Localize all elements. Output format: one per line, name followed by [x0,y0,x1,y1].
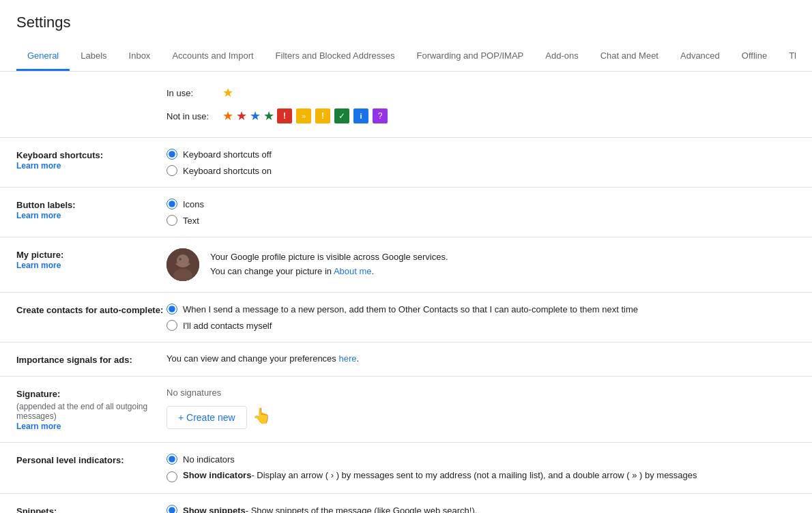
personal-level-row: Personal level indicators: No indicators… [0,443,812,494]
stars-in-use-label: In use: [166,88,214,98]
icon-check[interactable]: ✓ [334,108,349,123]
importance-signals-value: You can view and change your preferences… [166,353,796,364]
personal-level-no-label[interactable]: No indicators [183,454,235,465]
create-contacts-auto-option: When I send a message to a new person, a… [166,304,796,314]
personal-level-no-radio[interactable] [166,454,177,465]
icon-exclaim-yellow[interactable]: ! [315,108,330,123]
keyboard-shortcuts-on-radio[interactable] [166,165,177,176]
button-labels-value: Icons Text [166,199,796,226]
avatar[interactable] [166,248,199,281]
tab-themes[interactable]: Themes [778,42,796,71]
my-picture-learn-more[interactable]: Learn more [16,261,61,270]
personal-level-label: Personal level indicators: [16,454,166,465]
page-wrapper: Settings General Labels Inbox Accounts a… [0,0,812,513]
signature-value: No signatures + Create new 👆 [166,387,796,429]
create-new-button[interactable]: + Create new [166,406,247,429]
create-contacts-label: Create contacts for auto-complete: [16,304,166,315]
icon-exclaim-red[interactable]: ! [277,108,292,123]
personal-level-value: No indicators Show indicators- Display a… [166,454,796,482]
keyboard-shortcuts-label: Keyboard shortcuts: Learn more [16,149,166,171]
my-picture-label: My picture: Learn more [16,248,166,270]
page-header: Settings General Labels Inbox Accounts a… [0,0,812,72]
button-labels-text-option: Text [166,215,796,226]
button-labels-learn-more[interactable]: Learn more [16,211,61,220]
icon-info[interactable]: i [353,108,368,123]
page-title: Settings [16,14,796,31]
keyboard-shortcuts-off-option: Keyboard shortcuts off [166,149,796,160]
create-contacts-value: When I send a message to a new person, a… [166,304,796,331]
importance-signals-here-link[interactable]: here [338,353,356,364]
personal-level-show-radio[interactable] [166,471,177,482]
icon-question[interactable]: ? [373,108,388,123]
keyboard-shortcuts-off-radio[interactable] [166,149,177,160]
star-orange[interactable]: ★ [222,108,233,123]
snippets-row: Snippets: Show snippets- Show snippets o… [0,494,812,513]
tab-accounts[interactable]: Accounts and Import [161,42,264,71]
star-blue[interactable]: ★ [250,108,261,123]
button-labels-icons-radio[interactable] [166,199,177,209]
tab-offline[interactable]: Offline [731,42,778,71]
create-contacts-auto-label[interactable]: When I send a message to a new person, a… [183,304,638,314]
tab-forwarding[interactable]: Forwarding and POP/IMAP [405,42,534,71]
cursor-hand-icon: 👆 [252,407,271,425]
star-green[interactable]: ★ [263,108,274,123]
about-me-link[interactable]: About me [334,266,372,276]
profile-desc-line1: Your Google profile picture is visible a… [210,250,448,265]
create-contacts-row: Create contacts for auto-complete: When … [0,293,812,342]
avatar-image [166,248,199,281]
button-labels-icons-option: Icons [166,199,796,209]
tab-chat[interactable]: Chat and Meet [590,42,669,71]
my-picture-value: Your Google profile picture is visible a… [166,248,796,281]
create-contacts-manual-radio[interactable] [166,320,177,331]
personal-level-show-label[interactable]: Show indicators- Display an arrow ( › ) … [183,470,697,480]
svg-point-3 [179,258,182,261]
settings-content: In use: ★ Not in use: ★ ★ ★ ★ ! » ! ✓ i … [0,72,812,513]
icon-double-arrow[interactable]: » [296,108,311,123]
stars-not-in-use: Not in use: ★ ★ ★ ★ ! » ! ✓ i ? [166,106,388,126]
tab-filters[interactable]: Filters and Blocked Addresses [265,42,406,71]
keyboard-shortcuts-row: Keyboard shortcuts: Learn more Keyboard … [0,138,812,188]
stars-row: In use: ★ Not in use: ★ ★ ★ ★ ! » ! ✓ i … [0,72,812,138]
importance-signals-row: Importance signals for ads: You can view… [0,342,812,377]
button-labels-label: Button labels: Learn more [16,199,166,220]
button-labels-text-label[interactable]: Text [183,216,199,226]
signature-learn-more[interactable]: Learn more [16,422,61,431]
personal-level-no-option: No indicators [166,454,796,465]
tab-labels[interactable]: Labels [70,42,117,71]
keyboard-shortcuts-on-option: Keyboard shortcuts on [166,165,796,176]
create-contacts-manual-option: I'll add contacts myself [166,320,796,331]
profile-description: Your Google profile picture is visible a… [210,250,448,279]
tab-general[interactable]: General [16,42,70,71]
profile-row: Your Google profile picture is visible a… [166,248,796,281]
snippets-show-option: Show snippets- Show snippets of the mess… [166,505,796,513]
snippets-show-radio[interactable] [166,505,177,513]
no-signatures-text: No signatures [166,387,796,398]
profile-desc-line2: You can change your picture in About me. [210,265,448,279]
snippets-label: Snippets: [16,505,166,513]
snippets-show-label[interactable]: Show snippets- Show snippets of the mess… [183,505,477,514]
keyboard-shortcuts-value: Keyboard shortcuts off Keyboard shortcut… [166,149,796,176]
nav-tabs: General Labels Inbox Accounts and Import… [16,42,796,71]
signature-label: Signature: (appended at the end of all o… [16,387,166,431]
my-picture-row: My picture: Learn more [0,237,812,293]
tab-inbox[interactable]: Inbox [118,42,162,71]
signature-row: Signature: (appended at the end of all o… [0,377,812,443]
stars-not-in-use-label: Not in use: [166,111,214,121]
personal-level-show-option: Show indicators- Display an arrow ( › ) … [166,470,796,482]
avatar-svg [166,248,199,281]
keyboard-shortcuts-on-label[interactable]: Keyboard shortcuts on [183,166,272,176]
create-contacts-manual-label[interactable]: I'll add contacts myself [183,321,272,331]
keyboard-shortcuts-off-label[interactable]: Keyboard shortcuts off [183,149,272,160]
tab-advanced[interactable]: Advanced [669,42,731,71]
button-labels-row: Button labels: Learn more Icons Text [0,188,812,237]
stars-in-use: In use: ★ [166,83,233,103]
button-labels-text-radio[interactable] [166,215,177,226]
create-contacts-auto-radio[interactable] [166,304,177,314]
importance-signals-label: Importance signals for ads: [16,353,166,365]
button-labels-icons-label[interactable]: Icons [183,199,204,209]
keyboard-shortcuts-learn-more[interactable]: Learn more [16,161,61,171]
star-yellow-active[interactable]: ★ [222,85,233,100]
tab-addons[interactable]: Add-ons [534,42,589,71]
star-red[interactable]: ★ [236,108,247,123]
snippets-value: Show snippets- Show snippets of the mess… [166,505,796,513]
